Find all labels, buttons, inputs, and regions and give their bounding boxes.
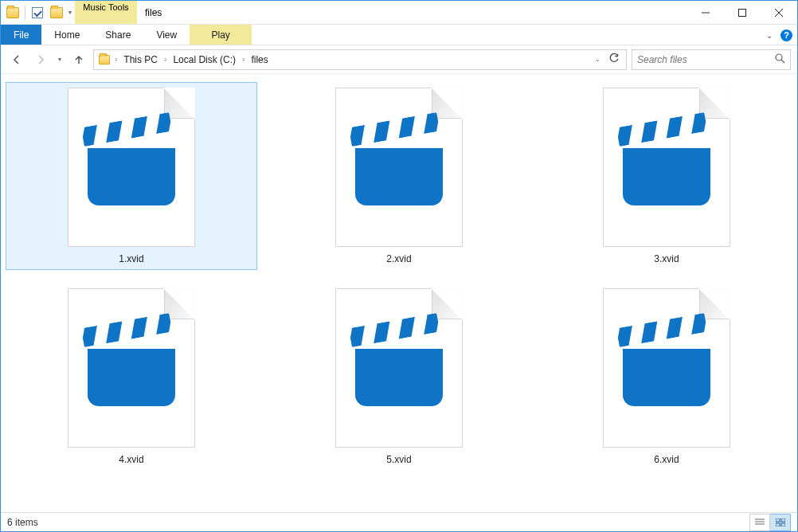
video-clapper-icon (355, 127, 443, 207)
ribbon-expand-icon[interactable]: ⌄ (766, 31, 773, 40)
tab-share[interactable]: Share (92, 25, 143, 45)
breadcrumb-files[interactable]: files (248, 54, 271, 65)
file-grid: 1.xvid 2.xvid 3.xvid (6, 82, 792, 471)
search-box[interactable] (632, 49, 791, 70)
file-name-label: 3.xvid (654, 253, 679, 264)
new-folder-icon[interactable] (48, 4, 65, 22)
ribbon-right-controls: ⌄ ? (766, 25, 792, 45)
file-item[interactable]: 4.xvid (6, 283, 257, 471)
file-name-label: 4.xvid (119, 454, 143, 465)
breadcrumb-local-disk[interactable]: Local Disk (C:) (170, 54, 239, 65)
window-title: files (137, 1, 170, 24)
maximize-button[interactable] (724, 1, 761, 25)
video-clapper-icon (88, 328, 175, 408)
file-thumbnail (603, 288, 730, 448)
svg-line-5 (781, 60, 784, 63)
up-button[interactable] (69, 50, 88, 69)
file-item[interactable]: 2.xvid (273, 82, 525, 270)
files-pane[interactable]: 1.xvid 2.xvid 3.xvid (1, 74, 797, 512)
tab-home[interactable]: Home (41, 25, 92, 45)
separator (25, 6, 25, 20)
navigation-bar: ▾ › This PC › Local Disk (C:) › files ⌄ (1, 45, 797, 74)
chevron-right-icon[interactable]: › (113, 55, 119, 64)
video-clapper-icon (88, 127, 175, 207)
address-bar[interactable]: › This PC › Local Disk (C:) › files ⌄ (93, 49, 627, 70)
file-name-label: 6.xvid (654, 454, 679, 465)
back-button[interactable] (7, 50, 26, 69)
close-button[interactable] (761, 1, 797, 25)
file-thumbnail (68, 288, 195, 448)
file-item[interactable]: 3.xvid (541, 82, 792, 270)
svg-rect-9 (776, 518, 780, 522)
svg-rect-11 (776, 523, 780, 526)
video-clapper-icon (623, 328, 710, 408)
view-mode-buttons (749, 514, 791, 531)
contextual-tab-label: Music Tools (83, 1, 128, 12)
search-input[interactable] (637, 54, 775, 65)
address-bar-buttons: ⌄ (593, 53, 623, 66)
status-bar: 6 items (1, 512, 797, 531)
minimize-button[interactable] (687, 1, 724, 25)
location-folder-icon (97, 53, 111, 67)
file-thumbnail (68, 88, 195, 247)
item-count-label: 6 items (7, 517, 38, 528)
file-item[interactable]: 1.xvid (6, 82, 257, 270)
file-thumbnail (335, 88, 463, 247)
contextual-tab-header: Music Tools (75, 1, 137, 24)
titlebar: ▾ Music Tools files (1, 1, 797, 25)
svg-rect-1 (739, 10, 746, 17)
history-dropdown-icon[interactable]: ▾ (55, 56, 65, 63)
file-name-label: 2.xvid (386, 253, 411, 264)
video-clapper-icon (355, 328, 443, 408)
address-dropdown-icon[interactable]: ⌄ (593, 56, 602, 63)
file-thumbnail (335, 288, 463, 448)
tab-view[interactable]: View (143, 25, 190, 45)
file-name-label: 5.xvid (386, 454, 411, 465)
chevron-right-icon[interactable]: › (162, 55, 168, 64)
forward-button[interactable] (31, 50, 50, 69)
svg-rect-10 (781, 518, 785, 522)
search-icon[interactable] (775, 53, 785, 66)
tab-play[interactable]: Play (190, 25, 252, 45)
details-view-button[interactable] (749, 514, 770, 531)
qat-dropdown-icon[interactable]: ▾ (67, 9, 72, 16)
file-name-label: 1.xvid (119, 253, 143, 264)
ribbon-tabs: File Home Share View Play ⌄ ? (1, 25, 797, 45)
folder-icon[interactable] (4, 4, 22, 22)
properties-check-icon[interactable] (29, 4, 46, 22)
svg-rect-12 (781, 523, 785, 526)
titlebar-spacer (170, 1, 687, 24)
chevron-right-icon[interactable]: › (241, 55, 246, 64)
help-icon[interactable]: ? (780, 29, 792, 41)
file-thumbnail (603, 88, 730, 247)
thumbnails-view-button[interactable] (770, 514, 791, 531)
svg-point-4 (776, 54, 782, 61)
file-item[interactable]: 6.xvid (541, 283, 792, 471)
file-tab[interactable]: File (1, 25, 41, 45)
file-item[interactable]: 5.xvid (273, 283, 525, 471)
breadcrumb-this-pc[interactable]: This PC (120, 54, 161, 65)
quick-access-toolbar: ▾ (1, 1, 75, 24)
window-controls (687, 1, 797, 24)
refresh-icon[interactable] (608, 53, 620, 66)
video-clapper-icon (623, 127, 710, 207)
